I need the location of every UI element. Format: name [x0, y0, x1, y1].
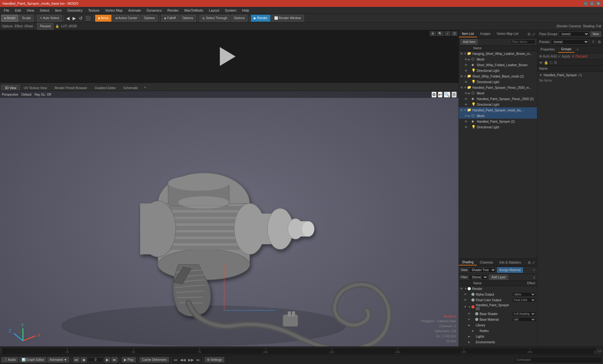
shader-row[interactable]: ▶ Environments — [459, 339, 537, 345]
transport-icon-1[interactable]: ⏮ — [173, 358, 178, 362]
tab-info-stats[interactable]: Info & Statistics — [496, 260, 524, 265]
sh-effect-select[interactable]: (all) — [512, 317, 536, 322]
tab-properties[interactable]: Properties — [537, 46, 558, 52]
filter-select[interactable]: (None) — [469, 275, 488, 280]
vp-btn-1[interactable]: ⚙ — [432, 92, 437, 98]
tab-uv-texture[interactable]: UV Texture View — [20, 85, 51, 91]
visibility-toggle[interactable]: 👁 — [464, 80, 468, 84]
model-mode-btn[interactable]: ● Model — [1, 15, 18, 22]
visibility-toggle[interactable]: 👁 — [464, 57, 468, 62]
add-tab-btn[interactable]: + — [142, 84, 148, 91]
shader-row[interactable]: Bake Items — [459, 345, 537, 346]
menu-help[interactable]: Help — [240, 8, 252, 13]
tab-images[interactable]: Images — [477, 31, 494, 37]
visibility-toggle[interactable]: 👁 — [459, 74, 464, 78]
shader-row[interactable]: ▶ Library — [459, 322, 537, 328]
list-item[interactable]: 👁 ▼ 📁 Short_Whip_Folded_Black_modo (2) — [459, 73, 537, 79]
menu-render[interactable]: Render — [165, 8, 181, 13]
tool1-btn[interactable]: ◀ — [65, 16, 71, 21]
options1-btn[interactable]: Options — [141, 15, 157, 22]
tab-item-list[interactable]: Item List — [459, 31, 477, 37]
expand-btn[interactable]: ▼ — [464, 52, 467, 55]
expand-btn[interactable]: ▶ — [468, 115, 471, 117]
menu-edit[interactable]: Edit — [13, 8, 24, 13]
audio-btn[interactable]: 🎵 Audio — [1, 357, 18, 362]
visibility-toggle[interactable]: 👁 — [459, 108, 464, 112]
command-input[interactable] — [514, 357, 602, 363]
passes-icon-btn[interactable]: ⚙ — [598, 40, 601, 44]
shading-expand-icon[interactable]: ⤢ — [532, 260, 535, 265]
play-btn[interactable]: ▶ Play — [122, 357, 136, 362]
visibility-toggle[interactable]: 👁 — [464, 68, 468, 73]
group-item[interactable]: ▼ Handled_Paint_Sprayer (3) — [539, 73, 601, 78]
menu-select[interactable]: Select — [37, 8, 52, 13]
transport-end-btn[interactable]: ⏭ — [111, 357, 118, 362]
menu-system[interactable]: System — [222, 8, 239, 13]
shader-row[interactable]: 👁 ▼ Render — [459, 286, 537, 292]
options2-btn[interactable]: Options — [180, 15, 196, 22]
vp-btn-3[interactable]: 🔍 — [444, 92, 450, 98]
shader-row[interactable]: 👁 Base Shader Full Shading — [459, 311, 537, 317]
list-item[interactable]: 👁 ▶ ⬡ Mesh — [459, 90, 537, 96]
tab-3d-view[interactable]: 3D View — [1, 85, 20, 91]
transport-icon-3[interactable]: ▶▶ — [187, 358, 194, 362]
list-item[interactable]: 👁 💡 Directional Light — [459, 79, 537, 85]
play-preview-btn[interactable] — [220, 47, 239, 66]
g-icon-4[interactable]: ☰ — [554, 61, 557, 65]
expand-btn[interactable]: ▶ — [468, 58, 471, 61]
tab-render-preset[interactable]: Render Preset Browser — [51, 85, 91, 91]
list-item[interactable]: 👁 ▼ 📁 Hanging_Short_Whip_Leather_Brown_m… — [459, 51, 537, 56]
transport-icon-2[interactable]: ◀◀ — [179, 358, 186, 362]
maximize-btn[interactable]: □ — [590, 1, 594, 6]
sh-visibility-icon[interactable]: 👁 — [464, 305, 468, 308]
menu-view[interactable]: View — [24, 8, 37, 13]
add-item-btn[interactable]: Add Item — [461, 39, 478, 45]
panel-settings-icon[interactable]: ⚙ — [527, 32, 531, 36]
menu-geometry[interactable]: Geometry — [65, 8, 85, 13]
shader-row[interactable]: 👁 Base Material (all) — [459, 317, 537, 322]
render-btn[interactable]: ▶ Render — [251, 15, 270, 22]
shader-row[interactable]: 👁 Alpha Output Alpha — [459, 292, 537, 297]
sh-visibility-icon[interactable]: 👁 — [464, 298, 468, 302]
menu-animate[interactable]: Animate — [126, 8, 143, 13]
panel-expand-icon[interactable]: ⤢ — [532, 32, 535, 36]
preview-ctrl-3[interactable]: ⤢ — [445, 31, 450, 36]
menu-vertexmap[interactable]: Vertex Map — [103, 8, 125, 13]
pass-groups-select[interactable]: (none) — [559, 31, 589, 37]
settings-btn[interactable]: ⚙ Settings — [205, 357, 224, 362]
sh-visibility-icon[interactable]: 👁 — [468, 318, 472, 321]
passes-select[interactable]: (none) — [551, 39, 589, 45]
preview-ctrl-1[interactable]: ⚙ — [430, 31, 436, 36]
list-item[interactable]: 👁 ◈ Short_Whip_Folded_Leather_Brown — [459, 62, 537, 68]
shader-row[interactable]: ▶ Lights — [459, 334, 537, 339]
expand-btn[interactable]: ▼ — [464, 109, 467, 112]
shader-row[interactable]: 👁 Final Color Output Final Color — [459, 297, 537, 303]
shader-row[interactable]: ▶ Nodes — [459, 328, 537, 334]
frame-input[interactable] — [88, 357, 103, 362]
discard-btn[interactable]: ✕ Discard — [572, 54, 587, 58]
expand-btn[interactable]: ▼ — [464, 86, 467, 89]
g-icon-2[interactable]: 🔒 — [544, 61, 548, 65]
visibility-toggle[interactable]: 👁 — [464, 63, 468, 67]
paused-btn[interactable]: Paused — [37, 23, 53, 30]
animated-btn[interactable]: Animated ▼ — [47, 357, 69, 362]
tab-schematic[interactable]: Schematic — [120, 85, 142, 91]
list-item[interactable]: 👁 ▼ 📁 Handled_Paint_Sprayer_modo_ba... — [459, 107, 537, 113]
g-icon-1[interactable]: 👁 — [539, 61, 543, 65]
apply-btn[interactable]: ✓ Apply — [558, 54, 570, 58]
list-item[interactable]: 👁 ▼ 📁 Handled_Paint_Sprayer_Flexio_2500_… — [459, 85, 537, 90]
filter-items-input[interactable] — [510, 40, 535, 44]
close-btn[interactable]: ✕ — [596, 1, 600, 6]
3d-viewport[interactable]: Perspective Default Ray GL: Off ⚙ ↩ 🔍 ☰ — [0, 91, 459, 346]
auto-add-btn[interactable]: ⊕ Auto Add — [539, 54, 557, 58]
preview-ctrl-4[interactable]: ☰ — [452, 31, 457, 36]
sh-expand-btn[interactable]: ▶ — [468, 341, 471, 344]
transport-start-btn[interactable]: ⏮ — [73, 357, 79, 362]
graph-editor-btn[interactable]: 📊 Graph Editor — [19, 357, 46, 362]
menu-file[interactable]: File — [1, 8, 12, 13]
sh-effect-select[interactable]: Final Color — [512, 298, 536, 302]
visibility-toggle[interactable]: 👁 — [464, 97, 468, 101]
transport-next-btn[interactable]: ▶ — [105, 357, 110, 362]
minimize-btn[interactable]: ─ — [584, 1, 588, 6]
shader-tree-select[interactable]: Shader Tree — [469, 267, 496, 273]
